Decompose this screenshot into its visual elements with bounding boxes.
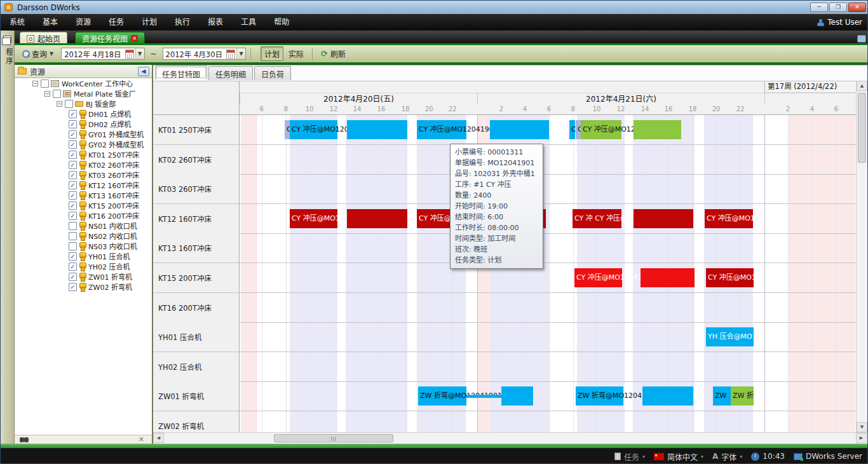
checkbox-checked[interactable]: ✓ bbox=[69, 273, 77, 281]
expander-icon[interactable]: − bbox=[44, 91, 50, 97]
find-icon[interactable] bbox=[20, 437, 24, 442]
checkbox-unchecked[interactable] bbox=[69, 222, 77, 230]
chevron-down-icon[interactable]: ▼ bbox=[50, 51, 53, 57]
tree-node[interactable]: NS03 内收口机 bbox=[15, 241, 152, 251]
plan-toggle-button[interactable]: 计划 bbox=[261, 46, 283, 61]
task-bar[interactable] bbox=[347, 120, 407, 139]
chevron-down-icon[interactable]: ▾ bbox=[701, 454, 703, 460]
vertical-scroll-thumb[interactable] bbox=[858, 93, 866, 163]
checkbox-checked[interactable]: ✓ bbox=[69, 201, 77, 210]
status-item-flag[interactable]: 简体中文▾ bbox=[654, 451, 703, 462]
tab-home-page[interactable]: ⌂ 起始页 bbox=[20, 32, 67, 45]
task-bar[interactable]: CY 冲压@MO1 bbox=[705, 209, 753, 228]
user-badge[interactable]: Test User bbox=[817, 14, 862, 31]
status-item-server[interactable]: DWorks Server bbox=[794, 452, 862, 461]
status-item-tasks[interactable]: 任务▾ bbox=[614, 451, 645, 462]
gantt-tab-任务甘特图[interactable]: 任务甘特图 bbox=[155, 65, 207, 79]
tree-node[interactable]: ✓KT02 260T冲床 bbox=[15, 160, 152, 170]
horizontal-scroll-thumb[interactable] bbox=[274, 434, 393, 442]
tree-node[interactable]: NS02 内收口机 bbox=[15, 231, 152, 241]
tree-node[interactable]: ✓KT15 200T冲床 bbox=[15, 200, 152, 210]
task-bar[interactable] bbox=[347, 209, 407, 228]
task-bar[interactable]: CY 冲压@MO12041903 bbox=[574, 268, 622, 287]
tree-node[interactable]: ✓KT03 260T冲床 bbox=[15, 170, 152, 180]
checkbox-unchecked[interactable] bbox=[53, 90, 61, 98]
checkbox-checked[interactable]: ✓ bbox=[69, 212, 77, 220]
checkbox-checked[interactable]: ✓ bbox=[69, 110, 77, 118]
tree-node[interactable]: −BJ 钣金部 bbox=[15, 99, 152, 109]
menu-item-工具[interactable]: 工具 bbox=[232, 14, 265, 31]
horizontal-scrollbar[interactable]: ◀ ▶ bbox=[153, 432, 867, 443]
scroll-left-arrow[interactable]: ◀ bbox=[153, 433, 164, 443]
menu-item-执行[interactable]: 执行 bbox=[166, 14, 199, 31]
tree-node[interactable]: ✓KT16 200T冲床 bbox=[15, 210, 152, 221]
task-bar[interactable] bbox=[634, 209, 693, 228]
task-bar[interactable]: ZW bbox=[713, 386, 731, 406]
close-button[interactable]: ✕ bbox=[848, 3, 866, 12]
tree-node[interactable]: NS01 内收口机 bbox=[15, 221, 152, 231]
checkbox-unchecked[interactable] bbox=[65, 100, 73, 108]
tree-node[interactable]: ✓GY02 外桶成型机 bbox=[15, 139, 152, 149]
task-bar[interactable]: CY 冲压@MO12041904 bbox=[290, 209, 337, 228]
checkbox-checked[interactable]: ✓ bbox=[69, 120, 77, 128]
checkbox-checked[interactable]: ✓ bbox=[69, 181, 77, 189]
checkbox-checked[interactable]: ✓ bbox=[69, 263, 77, 271]
task-bar[interactable] bbox=[501, 386, 533, 406]
tree-collapse-button[interactable]: ◀ bbox=[138, 67, 149, 76]
status-item-clock[interactable]: 10:43 bbox=[751, 452, 785, 461]
checkbox-checked[interactable]: ✓ bbox=[69, 151, 77, 159]
date-to-dropdown[interactable]: ▼ bbox=[236, 48, 245, 59]
menu-item-基本[interactable]: 基本 bbox=[34, 14, 67, 31]
task-bar[interactable]: CY 冲压@MO12041902 bbox=[581, 120, 621, 139]
scroll-up-arrow[interactable]: ▲ bbox=[857, 81, 867, 91]
tree-node[interactable]: ✓ZW02 折弯机 bbox=[15, 282, 152, 292]
task-bar[interactable]: CY 冲压@MO12041901 bbox=[290, 120, 337, 139]
task-bar[interactable]: ZW 折 bbox=[731, 386, 754, 406]
task-bar[interactable]: ZW 折弯@MO12041901 bbox=[418, 386, 466, 406]
checkbox-checked[interactable]: ✓ bbox=[69, 140, 77, 149]
task-bar[interactable]: CY 冲 CY 冲压@MO12041904 bbox=[573, 209, 621, 228]
tree-node[interactable]: ✓YH02 压合机 bbox=[15, 261, 152, 271]
chevron-down-icon[interactable]: ▾ bbox=[740, 454, 742, 460]
tree-node[interactable]: ✓KT13 160T冲床 bbox=[15, 190, 152, 200]
menu-item-计划[interactable]: 计划 bbox=[133, 14, 166, 31]
vertical-scrollbar[interactable]: ▲ ▼ bbox=[856, 81, 867, 432]
task-bar[interactable] bbox=[642, 386, 693, 406]
date-from-field[interactable]: 2012年 4月18日 ▼ bbox=[61, 48, 144, 60]
checkbox-unchecked[interactable] bbox=[41, 79, 49, 88]
tree-node[interactable]: ✓YH01 压合机 bbox=[15, 251, 152, 261]
close-icon[interactable]: ✕ bbox=[139, 435, 144, 444]
tab-close-icon[interactable]: ✕ bbox=[131, 35, 138, 42]
task-bar[interactable] bbox=[466, 395, 501, 398]
tree-node[interactable]: ✓KT01 250T冲床 bbox=[15, 149, 152, 160]
gantt-tab-任务明细[interactable]: 任务明细 bbox=[208, 66, 253, 80]
checkbox-unchecked[interactable] bbox=[69, 232, 77, 240]
expander-icon[interactable]: − bbox=[32, 81, 38, 86]
task-bar[interactable]: ZW 折弯@MO12041901 bbox=[576, 386, 623, 406]
query-button[interactable]: 查询 ▼ bbox=[18, 46, 57, 61]
checkbox-checked[interactable]: ✓ bbox=[69, 130, 77, 139]
tree-node[interactable]: ✓GY01 外桶成型机 bbox=[15, 129, 152, 139]
menu-item-系统[interactable]: 系统 bbox=[1, 14, 34, 31]
menu-item-资源[interactable]: 资源 bbox=[67, 14, 100, 31]
chevron-down-icon[interactable]: ▾ bbox=[642, 454, 645, 460]
tab-resource-task-view[interactable]: 资源任务视图 ✕ bbox=[75, 32, 145, 45]
tree-node[interactable]: −Metal Plate 钣金厂 bbox=[15, 88, 152, 99]
checkbox-checked[interactable]: ✓ bbox=[69, 171, 77, 179]
scroll-right-arrow[interactable]: ▶ bbox=[856, 433, 867, 443]
minimize-button[interactable]: ─ bbox=[810, 3, 828, 12]
checkbox-checked[interactable]: ✓ bbox=[69, 252, 77, 261]
task-bar[interactable]: C bbox=[576, 120, 581, 139]
status-item-font[interactable]: A字体▾ bbox=[712, 451, 742, 462]
refresh-button[interactable]: ⟳ 刷新 bbox=[317, 46, 349, 61]
actual-toggle-button[interactable]: 实际 bbox=[285, 46, 308, 61]
menu-item-任务[interactable]: 任务 bbox=[100, 14, 133, 31]
gantt-tab-日负荷[interactable]: 日负荷 bbox=[254, 66, 291, 80]
task-bar[interactable]: CY 冲压@MO1 bbox=[706, 268, 754, 287]
scroll-down-arrow[interactable]: ▼ bbox=[857, 422, 867, 432]
expander-icon[interactable]: − bbox=[57, 101, 62, 107]
tree-node[interactable]: ✓DH02 点焊机 bbox=[15, 119, 152, 129]
collapsed-panel-strip[interactable]: 程序 bbox=[1, 31, 15, 444]
task-bar[interactable] bbox=[490, 120, 549, 139]
calendar-icon[interactable] bbox=[226, 50, 235, 58]
